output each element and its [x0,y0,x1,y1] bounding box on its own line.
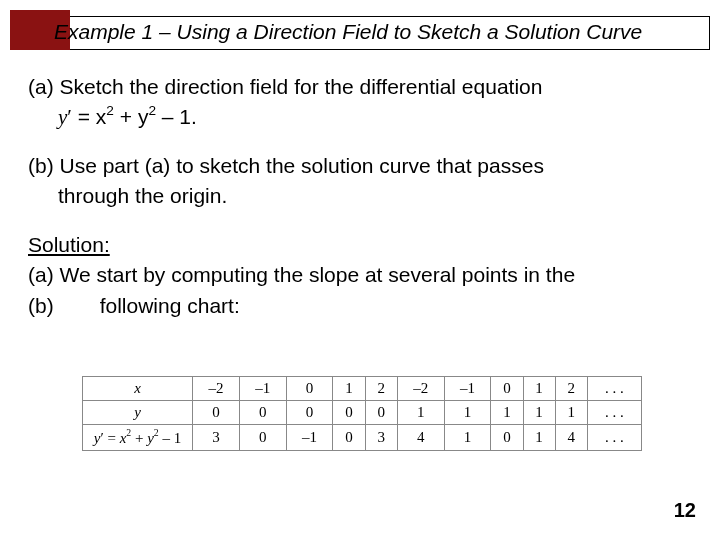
table-cell: 0 [333,425,365,451]
part-b-line2: through the origin. [28,181,692,211]
part-a: (a) Sketch the direction field for the d… [28,72,692,133]
table-cell: –2 [193,377,240,401]
table-row: x–2–1012–2–1012. . . [83,377,642,401]
part-b-line1: (b) Use part (a) to sketch the solution … [28,151,692,181]
slide-title: Example 1 – Using a Direction Field to S… [54,20,642,44]
table-cell: . . . [587,425,641,451]
table-cell: 0 [286,401,333,425]
table-cell: 1 [523,401,555,425]
solution-line-a2: (b)following chart: [28,291,692,321]
table-cell: 1 [333,377,365,401]
table-cell: 0 [193,401,240,425]
table-row: y′ = x2 + y2 – 130–10341014. . . [83,425,642,451]
table-cell: 4 [555,425,587,451]
table-cell: . . . [587,401,641,425]
eq-mid2: + y [114,105,148,128]
row-label: x [83,377,193,401]
sol-a1-prefix: (a) [28,263,54,286]
table-cell: 1 [491,401,523,425]
table-cell: 2 [555,377,587,401]
eq-tail: – 1. [156,105,197,128]
table-cell: –2 [397,377,444,401]
sup2b: 2 [148,103,156,118]
sol-a2-prefix: (b) [28,294,54,317]
table-cell: 0 [239,401,286,425]
sol-a2-text: following chart: [54,294,240,317]
solution-line-a1: (a) We start by computing the slope at s… [28,260,692,290]
table-cell: 0 [491,425,523,451]
table-cell: 1 [523,425,555,451]
table-cell: 0 [286,377,333,401]
table-cell: 0 [239,425,286,451]
table-cell: –1 [444,377,491,401]
sup2a: 2 [106,103,114,118]
table-cell: 1 [397,401,444,425]
table-cell: 1 [555,401,587,425]
solution-label-text: Solution: [28,233,110,256]
table-cell: 0 [365,401,397,425]
table-cell: 3 [193,425,240,451]
content-area: (a) Sketch the direction field for the d… [28,72,692,339]
solution-label: Solution: [28,230,692,260]
slope-table: x–2–1012–2–1012. . .y0000011111. . .y′ =… [82,376,642,451]
table-cell: 1 [444,425,491,451]
eq-y: y [58,105,67,129]
slope-table-element: x–2–1012–2–1012. . .y0000011111. . .y′ =… [82,376,642,451]
title-bar: Example 1 – Using a Direction Field to S… [10,10,710,50]
eq-mid: = x [72,105,106,128]
table-cell: 0 [333,401,365,425]
table-cell: 1 [523,377,555,401]
table-row: y0000011111. . . [83,401,642,425]
table-cell: 1 [444,401,491,425]
part-b: (b) Use part (a) to sketch the solution … [28,151,692,212]
row-label: y [83,401,193,425]
table-cell: –1 [239,377,286,401]
table-cell: 4 [397,425,444,451]
table-cell: 0 [491,377,523,401]
part-a-equation: y′ = x2 + y2 – 1. [28,102,692,132]
table-cell: 2 [365,377,397,401]
table-cell: –1 [286,425,333,451]
sol-a1-text: We start by computing the slope at sever… [54,263,575,286]
solution-block: Solution: (a) We start by computing the … [28,230,692,321]
page-number: 12 [674,499,696,522]
table-cell: . . . [587,377,641,401]
table-cell: 3 [365,425,397,451]
row-label: y′ = x2 + y2 – 1 [83,425,193,451]
part-a-line1: (a) Sketch the direction field for the d… [28,72,692,102]
